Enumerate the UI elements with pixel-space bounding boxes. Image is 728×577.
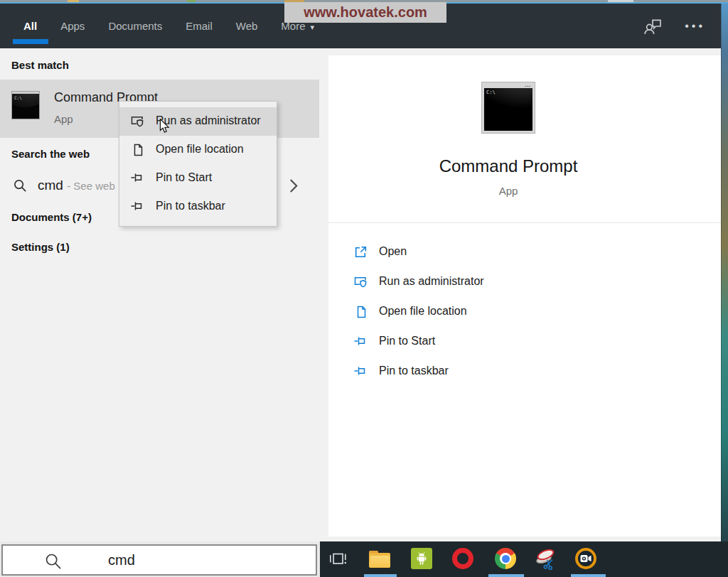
open-app-indicator bbox=[488, 574, 524, 577]
tab-documents[interactable]: Documents bbox=[108, 20, 162, 32]
tab-web[interactable]: Web bbox=[236, 20, 258, 32]
menu-item-label: Pin to Start bbox=[156, 171, 212, 184]
web-query: cmd bbox=[38, 178, 63, 193]
cmd-icon-text: C:\ bbox=[486, 90, 496, 95]
preview-panel: ▪▪▪ C:\ Command Prompt App Open bbox=[328, 55, 721, 536]
action-label: Open bbox=[379, 245, 407, 258]
action-pin-to-start[interactable]: Pin to Start bbox=[328, 327, 721, 357]
best-match-heading: Best match bbox=[11, 59, 69, 71]
task-view-icon[interactable] bbox=[328, 548, 349, 569]
search-filter-tabs: All Apps Documents Email Web More▾ bbox=[23, 4, 314, 48]
tab-all[interactable]: All bbox=[23, 20, 37, 32]
pin-icon bbox=[353, 334, 368, 348]
open-app-indicator bbox=[364, 574, 397, 577]
pin-icon bbox=[353, 364, 368, 378]
snipping-tool-icon[interactable] bbox=[535, 548, 557, 569]
tab-apps[interactable]: Apps bbox=[60, 20, 85, 32]
taskbar-search-box[interactable] bbox=[1, 544, 317, 576]
preview-actions: Open Run as administrator Open file l bbox=[328, 237, 721, 387]
documents-heading[interactable]: Documents (7+) bbox=[11, 211, 92, 223]
cmd-icon-text: C:\ bbox=[14, 95, 22, 100]
menu-item-label: Pin to taskbar bbox=[156, 200, 225, 212]
menu-item-pin-to-start[interactable]: Pin to Start bbox=[119, 164, 277, 193]
active-tab-underline bbox=[13, 39, 48, 44]
web-suggestion-text: cmd - See web bbox=[38, 178, 115, 193]
menu-item-open-file-location[interactable]: Open file location bbox=[119, 136, 277, 164]
chrome-icon[interactable] bbox=[495, 548, 516, 569]
feedback-person-icon[interactable] bbox=[642, 16, 663, 37]
preview-hero: ▪▪▪ C:\ Command Prompt App bbox=[328, 55, 688, 197]
search-icon bbox=[13, 178, 28, 193]
menu-item-pin-to-taskbar[interactable]: Pin to taskbar bbox=[119, 193, 277, 221]
open-app-indicator bbox=[571, 574, 606, 577]
search-the-web-heading: Search the web bbox=[11, 148, 90, 160]
opera-icon[interactable] bbox=[452, 548, 473, 569]
action-open[interactable]: Open bbox=[328, 237, 721, 267]
menu-item-label: Open file location bbox=[156, 143, 244, 156]
best-match-type: App bbox=[54, 113, 73, 125]
mouse-cursor bbox=[159, 119, 170, 134]
search-input[interactable] bbox=[108, 546, 307, 574]
divider bbox=[328, 222, 721, 223]
run-as-administrator-icon bbox=[353, 274, 369, 290]
action-label: Run as administrator bbox=[379, 275, 484, 288]
context-menu: Run as administrator Open file location … bbox=[119, 101, 277, 227]
screen-recorder-camera-icon[interactable] bbox=[575, 548, 596, 569]
settings-heading[interactable]: Settings (1) bbox=[11, 241, 70, 253]
web-hint: - See web bbox=[67, 180, 115, 192]
action-pin-to-taskbar[interactable]: Pin to taskbar bbox=[328, 357, 721, 387]
desktop-wallpaper-sliver bbox=[721, 4, 728, 541]
search-icon bbox=[44, 552, 63, 571]
command-prompt-icon: C:\ bbox=[11, 91, 40, 119]
action-label: Pin to taskbar bbox=[379, 365, 449, 377]
preview-app-title: Command Prompt bbox=[328, 156, 688, 176]
android-icon[interactable] bbox=[411, 548, 432, 569]
command-prompt-icon-large: ▪▪▪ C:\ bbox=[481, 82, 535, 134]
more-options-ellipsis-icon[interactable]: ••• bbox=[685, 21, 705, 32]
action-label: Pin to Start bbox=[379, 335, 435, 347]
menu-item-label: Run as administrator bbox=[156, 114, 261, 127]
preview-app-type: App bbox=[328, 185, 688, 197]
windows-search-screen: All Apps Documents Email Web More▾ ••• w… bbox=[0, 0, 728, 577]
pin-icon bbox=[130, 199, 144, 213]
file-explorer-icon[interactable] bbox=[369, 549, 390, 571]
action-open-file-location[interactable]: Open file location bbox=[328, 297, 721, 327]
run-as-administrator-icon bbox=[130, 114, 146, 129]
tab-email[interactable]: Email bbox=[186, 20, 213, 32]
action-label: Open file location bbox=[379, 305, 467, 318]
watermark: www.hovatek.com bbox=[284, 2, 446, 23]
menu-item-run-as-administrator[interactable]: Run as administrator bbox=[119, 107, 277, 136]
search-bar-area bbox=[0, 541, 320, 577]
open-file-location-icon bbox=[130, 142, 146, 158]
open-file-location-icon bbox=[353, 304, 369, 320]
open-icon bbox=[353, 244, 368, 259]
pin-icon bbox=[130, 171, 144, 185]
chevron-right-icon[interactable] bbox=[289, 178, 299, 193]
action-run-as-administrator[interactable]: Run as administrator bbox=[328, 267, 721, 297]
chevron-down-icon: ▾ bbox=[311, 23, 315, 31]
